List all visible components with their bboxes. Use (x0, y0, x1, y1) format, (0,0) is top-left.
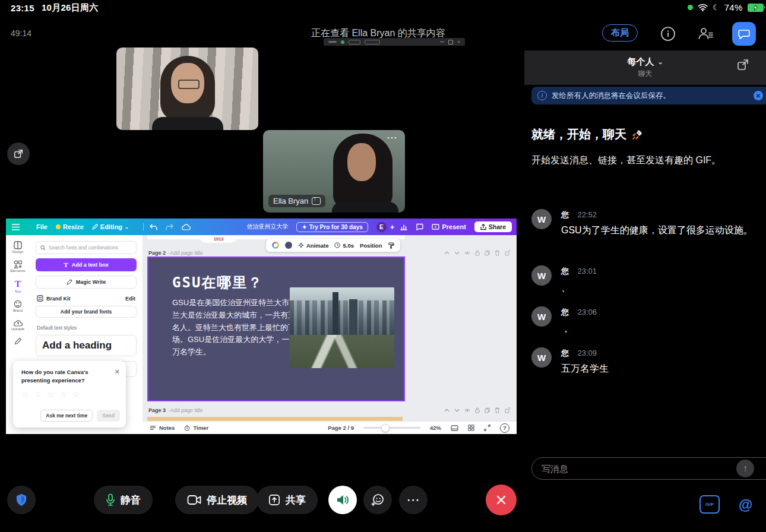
canva-share-button[interactable]: Share (474, 221, 512, 232)
slide-city-image[interactable] (290, 287, 394, 368)
present-button[interactable]: Present (432, 223, 466, 230)
move-up-icon[interactable] (444, 251, 450, 255)
try-pro-button[interactable]: ✦ Try Pro for 30 days (296, 222, 368, 232)
lock-icon[interactable] (475, 407, 480, 413)
comments-icon[interactable] (416, 223, 423, 230)
brand-kit-edit-link[interactable]: Edit (125, 296, 135, 302)
mute-button[interactable]: 静音 (94, 486, 153, 514)
move-down-icon[interactable] (454, 408, 460, 412)
end-call-button[interactable] (486, 484, 517, 515)
security-button[interactable] (7, 486, 36, 514)
more-options-button[interactable]: ⋯ (399, 486, 428, 514)
gif-button[interactable]: GIF (699, 495, 720, 514)
move-up-icon[interactable] (444, 408, 450, 412)
delete-icon[interactable] (495, 407, 500, 413)
rail-uploads-tab[interactable]: Uploads (6, 319, 30, 331)
duplicate-icon[interactable] (485, 407, 490, 413)
send-feedback-button[interactable]: Send (97, 410, 120, 422)
share-button[interactable]: 共享 (257, 486, 318, 514)
shield-icon (14, 493, 29, 507)
rail-text-tab[interactable]: T Text (6, 279, 30, 293)
message-text: 五万名学生 (561, 362, 758, 376)
zoom-slider-handle[interactable] (381, 424, 390, 432)
participants-icon[interactable] (697, 26, 714, 42)
slide-page2[interactable]: GSU在哪里？ GSU是在美国佐治亚州亚特兰大市。亚特兰大是佐治亚最大的城市，一… (147, 256, 405, 401)
redo-icon[interactable] (166, 224, 173, 230)
style-roller-icon[interactable] (388, 242, 394, 249)
rating-stars[interactable]: ☆☆☆☆☆ (21, 390, 126, 399)
close-x-icon (495, 494, 507, 506)
editing-mode-dropdown[interactable]: Editing ⌄ (92, 223, 129, 230)
send-button[interactable]: ↑ (736, 460, 754, 477)
move-down-icon[interactable] (454, 251, 460, 255)
rail-brand-tab[interactable]: Brand (6, 300, 30, 312)
object-toolbar: Animate 5.0s Position (266, 239, 400, 252)
lock-icon[interactable] (475, 250, 480, 256)
reactions-button[interactable] (363, 486, 392, 514)
notes-button[interactable]: Notes (150, 425, 175, 431)
audience-dropdown[interactable]: 每个人 ⌄ (524, 56, 766, 68)
banner-close-icon[interactable]: ✕ (754, 91, 763, 100)
chat-panel-label: 聊天 (524, 69, 766, 79)
add-member-icon[interactable]: + (390, 223, 395, 232)
zoom-slider[interactable] (363, 427, 420, 429)
recording-dot-icon (688, 5, 693, 10)
font-search-box[interactable]: Search fonts and combinations (36, 241, 137, 254)
insights-icon[interactable] (400, 224, 407, 230)
stop-video-button[interactable]: 停止视频 (175, 486, 259, 514)
popout-shared-content-button[interactable] (7, 142, 30, 165)
info-icon[interactable] (660, 26, 676, 42)
delete-icon[interactable] (495, 250, 500, 256)
layout-button[interactable]: 布局 (602, 24, 638, 42)
page3-title-placeholder[interactable]: - Add page title (167, 407, 203, 413)
rail-design-tab[interactable]: Design (6, 241, 30, 254)
magic-write-button[interactable]: Magic Write (36, 276, 137, 289)
chat-popout-icon[interactable] (736, 58, 749, 71)
mention-button[interactable]: @ (739, 496, 752, 513)
fill-color-swatch[interactable] (285, 242, 292, 249)
duration-button[interactable]: 5.0s (334, 242, 354, 249)
file-menu[interactable]: File (36, 223, 48, 230)
color-wheel-icon[interactable] (272, 242, 279, 249)
popup-close-icon[interactable]: ✕ (115, 368, 120, 376)
timer-button[interactable]: Timer (184, 425, 208, 431)
pencil-icon (92, 224, 98, 230)
share-label: 共享 (286, 493, 306, 507)
account-avatar[interactable]: E (376, 222, 387, 232)
thumbnail-more-icon[interactable]: ⋯ (387, 131, 398, 144)
rail-elements-tab[interactable]: Elements (6, 260, 30, 273)
message-input[interactable] (531, 457, 766, 480)
rail-draw-tab[interactable] (6, 337, 30, 345)
position-button[interactable]: Position (360, 242, 382, 249)
city-skyline (290, 300, 394, 335)
document-title[interactable]: 佐治亚州立大学 (246, 223, 288, 231)
avatar: W (531, 265, 552, 286)
chat-bubble-icon (739, 30, 749, 39)
animate-button[interactable]: Animate (298, 242, 328, 249)
add-page-icon[interactable] (505, 407, 511, 413)
help-icon[interactable]: ? (500, 423, 509, 433)
page2-actions (444, 250, 511, 256)
ask-later-button[interactable]: Ask me next time (40, 410, 93, 422)
fullscreen-icon[interactable] (484, 425, 490, 431)
add-heading-style[interactable]: Add a heading (36, 335, 137, 356)
presenter-view-icon[interactable] (451, 425, 458, 431)
speaker-button[interactable] (328, 486, 357, 514)
add-page-icon[interactable] (505, 250, 511, 256)
hide-icon[interactable] (464, 408, 470, 413)
menu-icon[interactable] (12, 224, 20, 230)
page2-title-placeholder[interactable]: - Add page title (167, 250, 203, 256)
rocket-icon (631, 129, 643, 141)
video-thumbnail-self[interactable] (116, 48, 258, 130)
video-thumbnail-remote[interactable]: ⋯ Ella Bryan (263, 130, 405, 213)
hide-icon[interactable] (464, 251, 470, 255)
resize-menu[interactable]: Resize (56, 223, 84, 230)
chat-toggle-button[interactable] (732, 22, 756, 46)
grid-view-icon[interactable] (468, 425, 474, 431)
search-placeholder: Search fonts and combinations (49, 245, 118, 251)
add-text-box-button[interactable]: T Add a text box (36, 258, 137, 271)
undo-icon[interactable] (150, 224, 157, 230)
add-brand-fonts-button[interactable]: Add your brand fonts (36, 306, 137, 318)
duplicate-icon[interactable] (485, 250, 490, 256)
battery-percent: 74% (724, 2, 743, 12)
